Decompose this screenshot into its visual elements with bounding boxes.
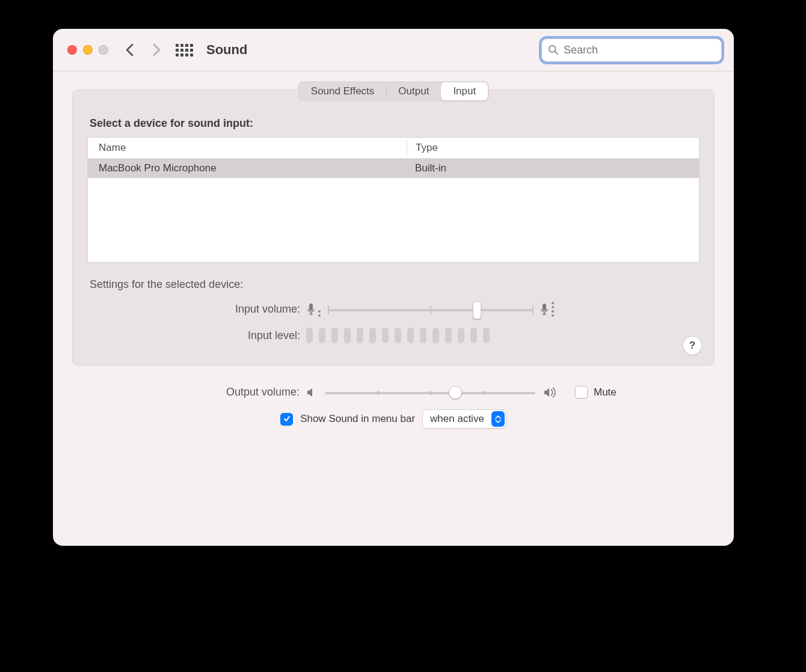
mute-label: Mute xyxy=(594,386,617,399)
device-name: MacBook Pro Microphone xyxy=(88,162,407,174)
input-volume-label: Input volume: xyxy=(73,303,306,316)
show-in-menubar-checkbox[interactable] xyxy=(280,413,293,426)
popup-value: when active xyxy=(423,413,491,425)
back-button[interactable] xyxy=(125,43,134,57)
speaker-low-icon xyxy=(306,386,318,399)
svg-line-1 xyxy=(555,52,558,55)
window-controls xyxy=(67,45,108,55)
popup-arrows-icon xyxy=(491,411,505,427)
input-device-heading: Select a device for sound input: xyxy=(90,117,714,130)
output-volume-label: Output volume: xyxy=(72,386,306,399)
search-icon xyxy=(548,44,559,55)
table-header: Name Type xyxy=(88,138,699,159)
input-level-label: Input level: xyxy=(73,329,306,342)
menubar-when-popup[interactable]: when active xyxy=(422,409,506,429)
titlebar: Sound xyxy=(53,29,734,72)
tab-group: Sound Effects Output Input xyxy=(298,81,489,102)
sound-preferences-window: Sound Sound Effects Output Input Select … xyxy=(53,29,734,546)
device-type: Built-in xyxy=(407,161,699,176)
input-level-row: Input level: xyxy=(73,328,714,343)
microphone-low-icon xyxy=(306,302,321,317)
menubar-row: Show Sound in menu bar when active xyxy=(72,409,715,429)
tab-input[interactable]: Input xyxy=(441,82,488,100)
minimize-window-button[interactable] xyxy=(83,45,93,55)
microphone-high-icon xyxy=(540,302,554,317)
show-all-button[interactable] xyxy=(176,44,193,57)
show-in-menubar-label: Show Sound in menu bar xyxy=(300,413,415,425)
help-button[interactable]: ? xyxy=(683,336,702,355)
svg-rect-5 xyxy=(543,304,546,311)
input-device-table: Name Type MacBook Pro Microphone Built-i… xyxy=(87,137,700,263)
input-volume-slider[interactable] xyxy=(328,304,532,316)
zoom-window-button[interactable] xyxy=(99,45,108,55)
device-settings-heading: Settings for the selected device: xyxy=(90,278,714,291)
column-name[interactable]: Name xyxy=(88,142,407,154)
search-field[interactable] xyxy=(541,38,722,62)
speaker-high-icon xyxy=(543,386,558,399)
nav-buttons xyxy=(125,43,161,57)
input-level-meter xyxy=(306,328,490,343)
tab-sound-effects[interactable]: Sound Effects xyxy=(299,82,387,100)
window-title: Sound xyxy=(206,42,247,58)
svg-point-0 xyxy=(549,46,556,52)
device-row[interactable]: MacBook Pro Microphone Built-in xyxy=(88,159,699,178)
bottom-controls: Output volume: xyxy=(53,375,734,429)
column-type[interactable]: Type xyxy=(407,141,699,155)
close-window-button[interactable] xyxy=(67,45,77,55)
svg-rect-2 xyxy=(309,304,313,311)
search-input[interactable] xyxy=(562,43,715,57)
input-panel: Sound Effects Output Input Select a devi… xyxy=(72,90,715,365)
empty-table-area xyxy=(88,178,699,262)
forward-button[interactable] xyxy=(152,43,161,57)
input-volume-row: Input volume: xyxy=(73,302,714,317)
output-volume-slider[interactable] xyxy=(325,386,535,399)
tab-output[interactable]: Output xyxy=(386,82,441,100)
output-volume-row: Output volume: xyxy=(72,386,715,399)
mute-checkbox[interactable] xyxy=(575,386,588,399)
